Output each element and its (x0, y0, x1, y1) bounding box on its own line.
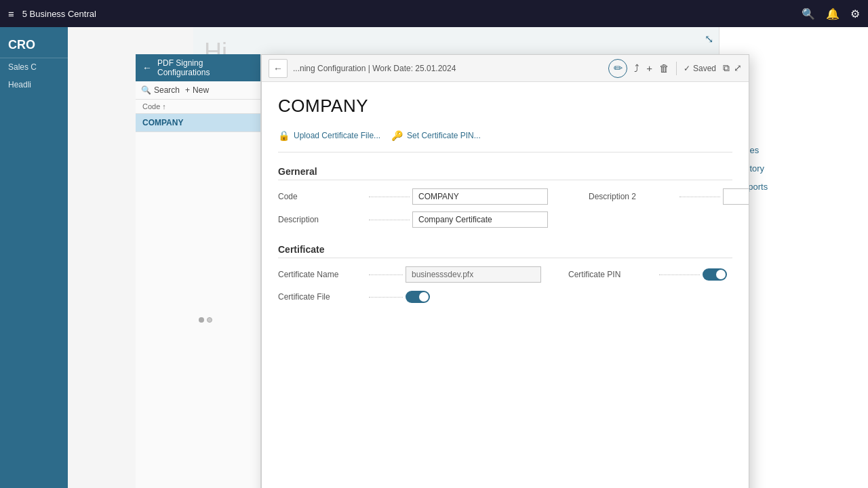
delete-icon[interactable]: 🗑 (659, 62, 669, 74)
cert-file-slider (406, 291, 430, 303)
modal-toolbar: ✏ ⤴ + 🗑 ✓ Saved ⧉ ⤢ (608, 59, 742, 78)
notification-icon[interactable]: 🔔 (826, 7, 840, 20)
sidebar-item-sales[interactable]: Sales C (0, 58, 68, 76)
expand-icons: ⧉ ⤢ (723, 62, 742, 74)
top-bar: ≡ 5 Business Central 🔍 🔔 ⚙ (0, 0, 868, 27)
new-label: New (193, 85, 209, 95)
left-sidebar: CRO Sales C Headli (0, 27, 68, 488)
description-row: Description (278, 211, 732, 228)
modal-content: COMPANY 🔒 Upload Certificate File... 🔑 S… (262, 82, 749, 488)
dot1 (199, 317, 204, 323)
app-title: 5 Business Central (22, 9, 96, 19)
cert-file-row: Certificate File (278, 291, 732, 303)
list-pane-title: PDF Signing Configurations (157, 58, 254, 77)
search-icon[interactable]: 🔍 (802, 7, 815, 20)
list-back-icon[interactable]: ← (142, 62, 152, 73)
add-icon[interactable]: + (646, 62, 652, 74)
fullscreen-icon[interactable]: ⤢ (734, 62, 742, 74)
divider (676, 62, 677, 75)
search-label: Search (154, 85, 180, 95)
modal-page-title: COMPANY (278, 96, 732, 117)
main-layout: CRO Sales C Headli Hi Activi For Rel Sal… (0, 27, 868, 488)
cert-name-input[interactable] (406, 266, 541, 283)
lock-icon: 🔒 (278, 130, 290, 141)
modal-nav: ← ...ning Configuration | Work Date: 25.… (262, 55, 749, 82)
action-bar: 🔒 Upload Certificate File... 🔑 Set Certi… (278, 127, 732, 152)
list-pane-header: ← PDF Signing Configurations (136, 54, 260, 81)
cert-pin-slider (703, 268, 727, 281)
cert-name-field-group: Certificate Name (278, 266, 541, 283)
external-link-icon[interactable]: ⧉ (723, 62, 730, 74)
dots-indicator (193, 314, 218, 325)
cert-pin-field-group: Certificate PIN (568, 268, 727, 281)
code-description2-row: Code Description 2 (278, 188, 732, 205)
list-new-button[interactable]: + New (185, 85, 209, 95)
content-area: Hi Activi For Rel Sales Open 1 › User T … (68, 27, 868, 488)
cert-pin-toggle[interactable] (703, 268, 727, 281)
sidebar-item-headlines[interactable]: Headli (0, 76, 68, 94)
sidebar-logo: CRO (0, 33, 68, 58)
description2-field-group: Description 2 (589, 188, 749, 205)
general-section-title: Gerneral (278, 166, 732, 180)
description-input[interactable] (412, 211, 548, 228)
list-col-header: Code ↑ (136, 100, 260, 114)
certificate-section-title: Certificate (278, 244, 732, 258)
saved-status: ✓ Saved (684, 64, 716, 73)
top-bar-icons: 🔍 🔔 ⚙ (802, 7, 860, 20)
cert-file-toggle[interactable] (406, 291, 430, 303)
dot2 (207, 317, 212, 323)
list-search-button[interactable]: 🔍 Search (141, 85, 180, 95)
cert-name-label: Certificate Name (278, 270, 366, 279)
list-pane: ← PDF Signing Configurations 🔍 Search + … (136, 54, 261, 488)
general-section: Gerneral Code Description 2 (278, 166, 732, 228)
key-icon: 🔑 (391, 130, 403, 141)
modal-back-button[interactable]: ← (269, 59, 288, 78)
certificate-section: Certificate Certificate Name Certificate… (278, 244, 732, 303)
set-pin-label: Set Certificate PIN... (407, 131, 481, 140)
code-input[interactable] (412, 188, 548, 205)
cert-pin-label: Certificate PIN (568, 270, 656, 279)
upload-label: Upload Certificate File... (294, 131, 380, 140)
code-label: Code (278, 192, 366, 201)
set-certificate-pin-button[interactable]: 🔑 Set Certificate PIN... (391, 127, 481, 144)
settings-icon[interactable]: ⚙ (850, 7, 860, 20)
code-field-group: Code (278, 188, 548, 205)
modal-dialog: ← ...ning Configuration | Work Date: 25.… (261, 54, 749, 488)
cert-name-pin-row: Certificate Name Certificate PIN (278, 266, 732, 283)
description2-label: Description 2 (589, 192, 677, 201)
share-icon[interactable]: ⤴ (634, 62, 639, 74)
search-icon: 🔍 (141, 85, 151, 95)
description-label: Description (278, 215, 366, 224)
cert-file-label: Certificate File (278, 292, 366, 302)
list-item[interactable]: COMPANY (136, 114, 260, 132)
edit-button[interactable]: ✏ (608, 59, 627, 78)
content-expand-icon[interactable]: ⤡ (702, 30, 716, 48)
modal-breadcrumb: ...ning Configuration | Work Date: 25.01… (293, 64, 603, 73)
checkmark-icon: ✓ (684, 64, 690, 73)
upload-certificate-button[interactable]: 🔒 Upload Certificate File... (278, 127, 380, 144)
saved-label: Saved (693, 64, 716, 73)
list-pane-toolbar: 🔍 Search + New (136, 81, 260, 100)
description2-input[interactable] (723, 188, 749, 205)
plus-icon: + (185, 85, 190, 95)
